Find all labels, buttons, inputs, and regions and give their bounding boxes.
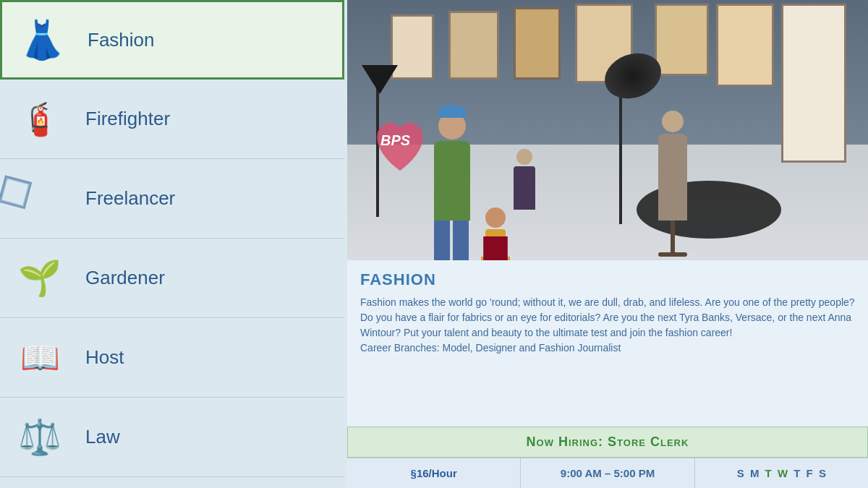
career-label-firefighter: Firefighter <box>80 108 170 130</box>
freelancer-icon <box>0 144 94 252</box>
stat-pay: §16/Hour <box>347 458 521 488</box>
character-main <box>434 141 470 221</box>
career-item-military[interactable]: 🥾 Military <box>0 477 344 488</box>
frame-7 <box>781 4 846 163</box>
host-icon: 📖 <box>0 318 80 398</box>
fashion-icon: 👗 <box>2 0 82 80</box>
career-item-gardener[interactable]: 🌱 Gardener <box>0 239 344 318</box>
firefighter-icon: 🧯 <box>0 80 80 159</box>
frame-2 <box>448 11 499 80</box>
career-item-freelancer[interactable]: Freelancer <box>0 159 344 239</box>
day-w: W <box>778 467 788 479</box>
career-list: 👗 Fashion 🧯 Firefighter Freelancer 🌱 Gar… <box>0 0 347 488</box>
bps-heart-container: BPS <box>367 116 433 181</box>
day-t2: T <box>793 467 800 479</box>
career-detail-title: Fashion <box>360 270 855 289</box>
career-list-panel: 👗 Fashion 🧯 Firefighter Freelancer 🌱 Gar… <box>0 0 347 488</box>
frame-1 <box>391 14 434 80</box>
frame-3 <box>514 7 561 80</box>
days-display: S M T W T F S <box>702 467 861 479</box>
career-info-area: Fashion Fashion makes the world go 'roun… <box>347 260 868 419</box>
svg-marker-0 <box>0 167 40 216</box>
stat-hours: 9:00 AM – 5:00 PM <box>521 458 694 488</box>
now-hiring-bar: Now Hiring: Store Clerk <box>347 427 868 458</box>
career-stats-bar: §16/Hour 9:00 AM – 5:00 PM S M T W T F S <box>347 458 868 488</box>
frame-6 <box>716 4 774 87</box>
career-item-fashion[interactable]: 👗 Fashion <box>0 0 344 80</box>
career-item-host[interactable]: 📖 Host <box>0 318 344 398</box>
character-desk <box>514 166 535 210</box>
frame-5 <box>655 4 709 76</box>
career-image: BPS <box>347 0 868 260</box>
career-item-law[interactable]: ⚖️ Law <box>0 398 344 477</box>
career-label-law: Law <box>80 426 120 448</box>
scene-background: BPS <box>347 0 868 260</box>
day-s2: S <box>819 467 826 479</box>
career-label-host: Host <box>80 346 124 369</box>
day-f: F <box>807 467 813 479</box>
day-m: M <box>750 467 760 479</box>
simoleon-symbol: §16/Hour <box>411 467 457 479</box>
career-detail-panel: BPS <box>347 0 868 488</box>
character-mannequin <box>658 134 687 221</box>
bps-text: BPS <box>380 132 410 149</box>
career-label-fashion: Fashion <box>82 29 155 51</box>
day-s1: S <box>737 467 744 479</box>
law-icon: ⚖️ <box>0 398 80 477</box>
character-yellow <box>481 199 510 221</box>
career-label-gardener: Gardener <box>80 267 165 289</box>
career-detail-description: Fashion makes the world go 'round; witho… <box>360 295 855 356</box>
gardener-icon: 🌱 <box>0 239 80 318</box>
day-t1: T <box>765 467 772 479</box>
military-icon: 🥾 <box>0 477 80 489</box>
career-label-freelancer: Freelancer <box>80 187 175 210</box>
light-stand-right <box>619 80 622 224</box>
stat-days: S M T W T F S <box>695 458 868 488</box>
